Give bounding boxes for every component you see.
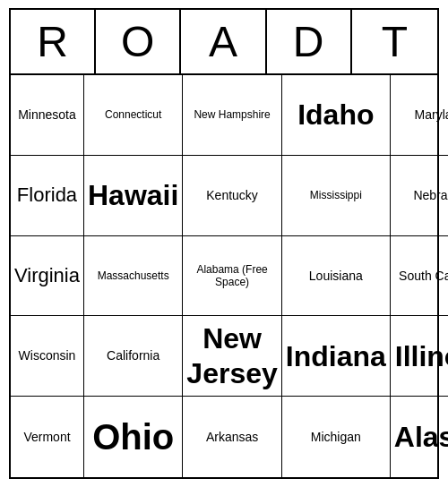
bingo-cell-r2-c0: Virginia (11, 236, 84, 317)
bingo-cell-r0-c3: Idaho (282, 75, 391, 156)
bingo-cell-r4-c2: Arkansas (183, 397, 281, 477)
bingo-cell-r1-c4: Nebraska (391, 156, 448, 236)
header-letter-o: O (96, 10, 181, 73)
bingo-cell-r0-c4: Maryland (391, 75, 448, 156)
bingo-cell-r4-c4: Alaska (391, 397, 448, 477)
bingo-cell-r2-c3: Louisiana (282, 236, 391, 317)
bingo-cell-r3-c1: California (84, 316, 183, 397)
bingo-cell-r2-c4: South Carolina (391, 236, 448, 317)
bingo-cell-r3-c3: Indiana (282, 316, 391, 397)
bingo-cell-r2-c2: Alabama (Free Space) (183, 236, 281, 317)
header-letter-d: D (267, 10, 352, 73)
bingo-grid: MinnesotaConnecticutNew HampshireIdahoMa… (11, 75, 437, 477)
bingo-cell-r0-c1: Connecticut (84, 75, 183, 156)
bingo-cell-r1-c2: Kentucky (183, 156, 281, 236)
bingo-cell-r3-c4: Illinois (391, 316, 448, 397)
bingo-cell-r4-c0: Vermont (11, 397, 84, 477)
bingo-card: ROADT MinnesotaConnecticutNew HampshireI… (9, 8, 439, 479)
bingo-header: ROADT (11, 10, 437, 75)
bingo-cell-r4-c1: Ohio (84, 397, 183, 477)
bingo-cell-r0-c0: Minnesota (11, 75, 84, 156)
bingo-cell-r0-c2: New Hampshire (183, 75, 281, 156)
header-letter-t: T (352, 10, 437, 73)
bingo-cell-r3-c0: Wisconsin (11, 316, 84, 397)
header-letter-a: A (181, 10, 266, 73)
bingo-cell-r1-c3: Mississippi (282, 156, 391, 236)
header-letter-r: R (11, 10, 96, 73)
bingo-cell-r1-c1: Hawaii (84, 156, 183, 236)
bingo-cell-r3-c2: New Jersey (183, 316, 281, 397)
bingo-cell-r4-c3: Michigan (282, 397, 391, 477)
bingo-cell-r1-c0: Florida (11, 156, 84, 236)
bingo-cell-r2-c1: Massachusetts (84, 236, 183, 317)
